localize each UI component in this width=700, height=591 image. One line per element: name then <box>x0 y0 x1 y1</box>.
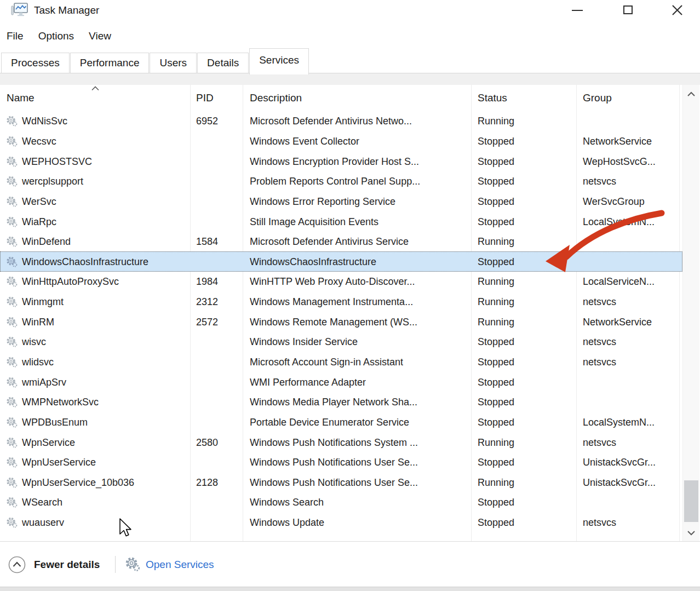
cell-name: WinRM <box>22 316 54 328</box>
cell-group: netsvcs <box>583 296 616 308</box>
footer-bar: Fewer details Open Services <box>0 541 700 587</box>
menu-item-file[interactable]: File <box>7 30 24 42</box>
close-button[interactable] <box>663 0 691 20</box>
service-row-Winmgmt[interactable]: Winmgmt2312Windows Management Instrument… <box>0 292 682 312</box>
cell-status: Stopped <box>478 497 514 508</box>
cell-name: WindowsChaosInfrastructure <box>22 256 148 267</box>
cell-name: WEPHOSTSVC <box>22 156 92 167</box>
column-header-status[interactable]: Status <box>478 92 507 104</box>
cell-status: Stopped <box>478 336 514 348</box>
service-gear-icon <box>6 497 18 508</box>
service-row-WinDefend[interactable]: WinDefend1584Microsoft Defender Antiviru… <box>0 232 682 252</box>
fewer-details-button[interactable] <box>8 556 26 573</box>
service-row-Wecsvc[interactable]: WecsvcWindows Event CollectorStoppedNetw… <box>0 131 682 152</box>
menu-bar: FileOptionsView <box>0 25 700 47</box>
tab-details[interactable]: Details <box>197 53 249 73</box>
cell-name: wlidsvc <box>22 357 54 368</box>
fewer-details-label[interactable]: Fewer details <box>34 559 100 571</box>
service-row-wlidsvc[interactable]: wlidsvcMicrosoft Account Sign-in Assista… <box>0 352 682 372</box>
cell-status: Stopped <box>478 357 514 368</box>
cell-status: Running <box>478 316 514 328</box>
service-row-WinRM[interactable]: WinRM2572Windows Remote Management (WS..… <box>0 312 682 332</box>
cell-group: NetworkService <box>583 316 652 328</box>
task-manager-window: Task Manager FileOptionsView ProcessesPe… <box>0 0 700 591</box>
tab-performance[interactable]: Performance <box>70 53 150 73</box>
service-row-wmiApSrv[interactable]: wmiApSrvWMI Performance AdapterStopped <box>0 372 682 392</box>
cell-name: WpnUserService <box>22 457 96 468</box>
column-header-description[interactable]: Description <box>250 92 302 104</box>
menu-item-view[interactable]: View <box>89 30 111 42</box>
footer-divider <box>115 556 116 573</box>
cell-status: Stopped <box>478 517 514 529</box>
cell-pid: 2128 <box>196 477 218 488</box>
service-row-wisvc[interactable]: wisvcWindows Insider ServiceStoppednetsv… <box>0 332 682 352</box>
cell-name: wisvc <box>22 336 46 348</box>
maximize-icon <box>623 5 633 14</box>
cell-name: WpnUserService_10b036 <box>22 477 134 488</box>
cell-name: Winmgmt <box>22 296 64 308</box>
service-row-WpnUserService[interactable]: WpnUserServiceWindows Push Notifications… <box>0 452 682 473</box>
open-services-link[interactable]: Open Services <box>146 559 214 571</box>
service-row-WerSvc[interactable]: WerSvcWindows Error Reporting ServiceSto… <box>0 192 682 212</box>
cell-name: Wecsvc <box>22 135 56 147</box>
service-row-WMPNetworkSvc[interactable]: WMPNetworkSvcWindows Media Player Networ… <box>0 392 682 412</box>
cell-description: Windows Search <box>250 497 324 508</box>
cell-description: WindowsChaosInfrastructure <box>250 256 376 267</box>
service-gear-icon <box>6 517 18 529</box>
window-bottom-edge <box>0 587 700 591</box>
service-row-WPDBusEnum[interactable]: WPDBusEnumPortable Device Enumerator Ser… <box>0 412 682 433</box>
cell-status: Running <box>478 276 514 288</box>
service-row-WinHttpAutoProxySvc[interactable]: WinHttpAutoProxySvc1984WinHTTP Web Proxy… <box>0 272 682 292</box>
service-row-WdNisSvc[interactable]: WdNisSvc6952Microsoft Defender Antivirus… <box>0 111 682 131</box>
cell-group: netsvcs <box>583 517 616 529</box>
cell-status: Stopped <box>478 457 514 468</box>
cell-description: Microsoft Defender Antivirus Service <box>250 236 409 248</box>
cell-status: Running <box>478 116 514 127</box>
service-row-wercplsupport[interactable]: wercplsupportProblem Reports Control Pan… <box>0 171 682 192</box>
cell-status: Stopped <box>478 216 514 227</box>
menu-item-options[interactable]: Options <box>38 30 74 42</box>
service-gear-icon <box>6 437 18 448</box>
service-gear-icon <box>6 236 18 248</box>
column-header-group[interactable]: Group <box>583 92 612 104</box>
service-row-WEPHOSTSVC[interactable]: WEPHOSTSVCWindows Encryption Provider Ho… <box>0 151 682 171</box>
cell-pid: 6952 <box>196 116 218 127</box>
cell-name: WdNisSvc <box>22 116 67 127</box>
service-row-WpnService[interactable]: WpnService2580Windows Push Notifications… <box>0 432 682 452</box>
service-gear-icon <box>6 135 18 147</box>
tab-services[interactable]: Services <box>249 48 309 74</box>
minimize-button[interactable] <box>563 0 592 20</box>
cell-pid: 1984 <box>196 276 218 288</box>
window-title: Task Manager <box>34 4 99 16</box>
cell-name: WinHttpAutoProxySvc <box>22 276 119 288</box>
tab-users[interactable]: Users <box>150 53 197 73</box>
service-gear-icon <box>6 336 18 348</box>
service-row-WiaRpc[interactable]: WiaRpcStill Image Acquisition EventsStop… <box>0 211 682 232</box>
service-gear-icon <box>6 276 18 288</box>
cell-description: Windows Push Notifications User Se... <box>250 477 418 488</box>
services-list: WdNisSvc6952Microsoft Defender Antivirus… <box>0 111 682 532</box>
cell-status: Stopped <box>478 397 514 408</box>
cell-status: Running <box>478 437 514 448</box>
cell-description: WinHTTP Web Proxy Auto-Discover... <box>250 276 415 288</box>
service-row-wuauserv[interactable]: wuauservWindows UpdateStoppednetsvcs <box>0 513 682 533</box>
scroll-up-icon[interactable] <box>687 91 696 97</box>
scrollbar-thumb[interactable] <box>684 480 698 522</box>
service-gear-icon <box>6 357 18 368</box>
service-gear-icon <box>6 457 18 468</box>
cell-status: Running <box>478 477 514 488</box>
services-gear-icon <box>125 556 140 572</box>
scroll-down-icon[interactable] <box>687 530 696 536</box>
vertical-scrollbar[interactable] <box>682 85 699 541</box>
service-row-WSearch[interactable]: WSearchWindows SearchStopped <box>0 492 682 513</box>
column-header-name[interactable]: Name <box>7 92 35 104</box>
service-gear-icon <box>6 116 18 127</box>
tab-processes[interactable]: Processes <box>1 53 70 73</box>
service-row-WindowsChaosInfrastructure[interactable]: WindowsChaosInfrastructureWindowsChaosIn… <box>0 251 682 272</box>
column-header-pid[interactable]: PID <box>196 92 214 104</box>
cell-name: WpnService <box>22 437 75 448</box>
service-row-WpnUserService_10b036[interactable]: WpnUserService_10b0362128Windows Push No… <box>0 473 682 493</box>
maximize-button[interactable] <box>613 0 642 20</box>
cell-name: WSearch <box>22 497 62 508</box>
cell-description: Windows Push Notifications User Se... <box>250 457 418 468</box>
